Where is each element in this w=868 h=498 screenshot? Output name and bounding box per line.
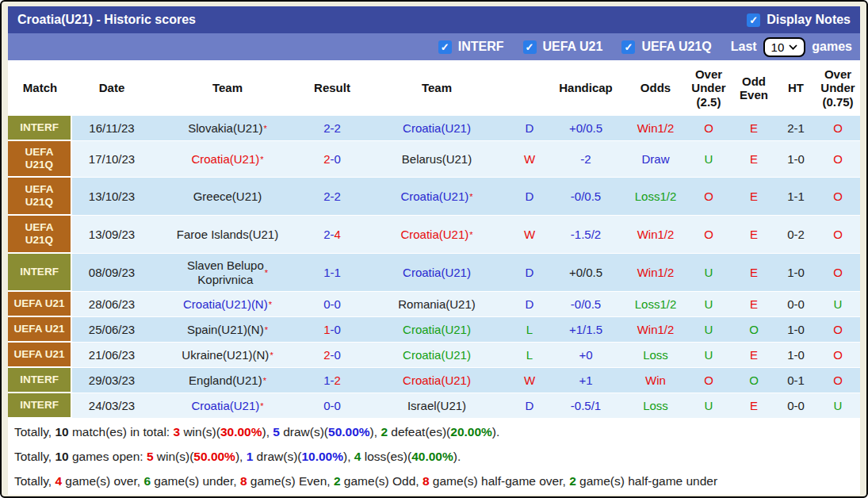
handicap-value: -0.5/1 — [546, 393, 625, 418]
last-label: Last — [731, 40, 757, 54]
score-part: 1 — [323, 323, 330, 337]
match-score: 1-0 — [304, 317, 361, 342]
score-part: 0 — [335, 399, 341, 413]
odds-result: Win1/2 — [625, 116, 686, 140]
filter-label-uefa-u21: UEFA U21 — [543, 40, 603, 54]
summary-segment: game(s) Even, — [247, 474, 334, 488]
summary-segment: win(s)( — [154, 450, 194, 463]
summary-segment: 40.00% — [411, 450, 453, 463]
over-under-25: U — [686, 343, 732, 367]
result-letter: W — [513, 141, 546, 177]
home-team-cell: Faroe Islands(U21) — [151, 216, 304, 253]
match-score: 1-2 — [304, 368, 361, 393]
away-team[interactable]: Croatia(U21) — [400, 228, 468, 242]
filter-checkbox-uefa-u21q[interactable]: ✓ — [621, 40, 635, 54]
score-part: 0 — [323, 297, 330, 312]
score-part: 1 — [335, 266, 341, 280]
summary-segment: 10.00% — [301, 450, 343, 463]
away-team[interactable]: Israel(U21) — [407, 399, 466, 413]
column-header-match-0: Match — [8, 60, 72, 116]
summary-segment: 50.00% — [193, 450, 235, 463]
away-team[interactable]: Romania(U21) — [398, 297, 476, 312]
summary-segment: win(s)( — [180, 425, 220, 439]
match-date: 13/10/23 — [72, 178, 151, 215]
home-team[interactable]: England(U21) — [189, 374, 262, 388]
home-team-cell: Greece(U21) — [151, 178, 304, 215]
result-letter: D — [513, 178, 546, 215]
summary-segment: loss(es)( — [361, 450, 411, 463]
home-team[interactable]: Croatia(U21) — [191, 152, 259, 167]
half-time-score: 1-0 — [776, 317, 816, 342]
away-team-cell: Israel(U21) — [361, 393, 513, 418]
match-score: 0-0 — [304, 292, 361, 316]
home-team[interactable]: Spain(U21)(N) — [187, 323, 264, 337]
summary-segment: game(s) half-game over, — [430, 474, 570, 488]
match-score: 1-1 — [304, 254, 361, 291]
handicap-value: -0/0.5 — [546, 178, 625, 215]
home-team[interactable]: Ukraine(U21)(N) — [182, 348, 269, 362]
summary-segment: 30.00% — [220, 425, 262, 439]
away-team[interactable]: Croatia(U21) — [403, 121, 471, 136]
home-team[interactable]: Greece(U21) — [193, 190, 262, 204]
summary-segment: Totally, — [14, 474, 55, 488]
home-team[interactable]: Slaven Belupo Koprivnica — [187, 259, 264, 287]
summary-segment: game(s) over, — [62, 474, 143, 488]
away-team[interactable]: Croatia(U21) — [403, 374, 471, 388]
away-team[interactable]: Croatia(U21) — [403, 323, 471, 337]
summary-segment: game(s) Odd, — [341, 474, 423, 488]
summary-segment: 5 — [147, 450, 154, 463]
summary-segment: 6 — [143, 474, 151, 488]
home-team[interactable]: Croatia(U21) — [191, 399, 259, 413]
home-team[interactable]: Faroe Islands(U21) — [177, 228, 278, 242]
filter-checkbox-uefa-u21[interactable]: ✓ — [523, 40, 537, 54]
odd-even: E — [732, 393, 776, 418]
odds-result: Win1/2 — [625, 216, 686, 253]
summary-segment: ). — [453, 450, 461, 463]
match-row: INTERF08/09/23Slaven Belupo Koprivnica*1… — [8, 254, 860, 292]
summary-segment: 2 — [334, 474, 341, 488]
summary-segment: games open: — [69, 450, 147, 463]
odds-result: Loss — [625, 343, 686, 367]
competition-filters: ✓INTERF✓UEFA U21✓UEFA U21Q — [438, 40, 731, 54]
result-letter: W — [513, 216, 546, 253]
summary-segment: 2 — [380, 425, 388, 439]
match-row: INTERF24/03/23Croatia(U21)*0-0Israel(U21… — [8, 393, 860, 419]
column-header-team-2: Team — [151, 60, 304, 116]
home-team[interactable]: Croatia(U21)(N) — [183, 297, 268, 312]
summary: Totally, 10 match(es) in total: 3 win(s)… — [8, 419, 860, 495]
half-time-score: 2-1 — [776, 116, 816, 140]
away-team-cell: Croatia(U21)* — [361, 178, 513, 215]
odds-result: Win — [625, 368, 686, 393]
away-team-cell: Croatia(U21) — [361, 116, 513, 140]
away-team-cell: Croatia(U21) — [361, 368, 513, 393]
column-header-ht-10: HT — [776, 60, 816, 116]
column-header-over-11: Over Under (0.75) — [816, 60, 860, 116]
over-under-25: O — [686, 216, 732, 253]
summary-segment: ), — [343, 450, 354, 463]
away-team[interactable]: Croatia(U21) — [400, 190, 468, 204]
over-under-075: O — [816, 116, 860, 140]
odd-even: E — [732, 254, 776, 291]
away-team[interactable]: Belarus(U21) — [402, 152, 472, 167]
over-under-075: O — [816, 178, 860, 215]
away-team[interactable]: Croatia(U21) — [403, 266, 471, 280]
match-row: INTERF16/11/23Slovakia(U21)*2-2Croatia(U… — [8, 116, 860, 141]
summary-segment: draw(s)( — [280, 425, 328, 439]
odds-result: Win1/2 — [625, 254, 686, 291]
match-score: 2-0 — [304, 141, 361, 177]
odd-even: E — [732, 216, 776, 253]
display-notes-checkbox[interactable]: ✓ — [747, 13, 760, 27]
home-team[interactable]: Slovakia(U21) — [188, 121, 262, 136]
away-team-cell: Belarus(U21) — [361, 141, 513, 177]
summary-segment: draw(s)( — [253, 450, 301, 463]
odd-even: O — [732, 317, 776, 342]
last-games-select[interactable]: 10 — [763, 37, 806, 57]
half-time-score: 0-0 — [776, 393, 816, 418]
over-under-075: O — [816, 368, 860, 393]
home-team-cell: Croatia(U21)(N)* — [151, 292, 304, 316]
filter-checkbox-interf[interactable]: ✓ — [438, 40, 452, 54]
competition-badge: INTERF — [8, 116, 72, 140]
chevron-down-icon — [789, 44, 797, 50]
away-team[interactable]: Croatia(U21) — [403, 348, 471, 362]
odds-result: Loss1/2 — [625, 178, 686, 215]
